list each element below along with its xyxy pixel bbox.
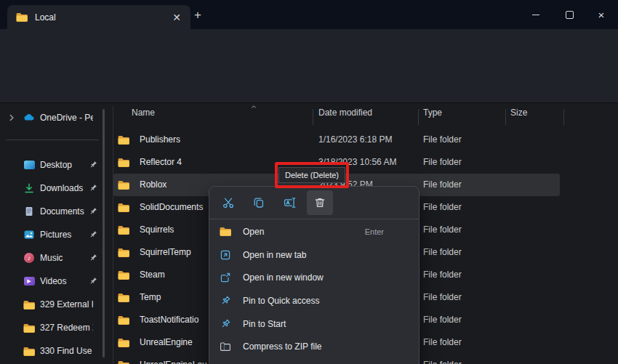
sidebar-item-folder-330[interactable]: 330 Find Use Ca <box>0 340 103 362</box>
menu-item-shortcut: Enter <box>365 227 384 236</box>
sidebar-item-videos[interactable]: ▶ Videos <box>0 270 103 292</box>
downloads-icon <box>23 182 35 194</box>
menu-item-label: Pin to Start <box>243 319 410 329</box>
column-header-date[interactable]: Date modified <box>318 108 372 118</box>
navigation-bar: « Windows-SSD (C:) › Users › ceder › App… <box>0 65 618 103</box>
pin-icon <box>89 254 97 262</box>
folder-icon <box>118 135 129 145</box>
sort-ascending-icon <box>249 104 258 110</box>
zip-folder-icon <box>220 341 231 352</box>
copy-button[interactable] <box>246 190 272 215</box>
file-type: File folder <box>423 354 462 364</box>
annotation-highlight-box: Delete (Delete) <box>275 162 349 188</box>
file-name: Steam <box>140 264 165 286</box>
rename-icon <box>283 196 296 209</box>
file-name: Roblox <box>140 174 166 196</box>
desktop-icon <box>23 159 35 171</box>
sidebar-scrollbar[interactable] <box>103 109 105 357</box>
open-new-tab-icon <box>220 249 231 261</box>
sidebar-item-music[interactable]: ♪ Music <box>0 247 103 269</box>
sidebar-item-onedrive[interactable]: OneDrive - Pers <box>0 107 103 129</box>
menu-item-pin-quick-access[interactable]: Pin to Quick access <box>212 289 416 312</box>
menu-item-label: Open in new window <box>243 272 410 283</box>
folder-icon <box>23 345 35 357</box>
column-header-size[interactable]: Size <box>510 108 527 118</box>
plus-icon: + <box>194 8 201 23</box>
file-type: File folder <box>423 309 462 331</box>
menu-item-pin-to-start[interactable]: Pin to Start <box>212 312 416 336</box>
tab-title: Local <box>35 12 161 23</box>
sidebar-item-label: 327 Redeem Xbo <box>40 317 93 339</box>
table-row[interactable]: Publishers 1/16/2023 6:18 PM File folder <box>113 129 618 151</box>
file-type: File folder <box>423 241 462 264</box>
tab-local[interactable]: Local ✕ <box>7 5 190 29</box>
minimize-button[interactable] <box>519 0 553 29</box>
file-type: File folder <box>423 151 462 174</box>
onedrive-icon <box>23 112 35 124</box>
close-button[interactable]: × <box>585 0 618 29</box>
minimize-icon <box>532 15 539 15</box>
menu-item-label: Open <box>243 227 353 237</box>
menu-item-open-new-window[interactable]: Open in new window <box>212 266 416 289</box>
sidebar-item-pictures[interactable]: Pictures <box>0 224 103 246</box>
delete-button[interactable] <box>307 190 333 215</box>
new-tab-button[interactable]: + <box>189 7 206 24</box>
maximize-button[interactable] <box>553 0 586 29</box>
folder-icon <box>23 322 35 333</box>
titlebar: Local ✕ + × <box>0 0 618 29</box>
sidebar-item-folder-327[interactable]: 327 Redeem Xbo <box>0 317 103 339</box>
sidebar-item-label: Videos <box>40 270 93 292</box>
pin-icon <box>89 161 97 169</box>
context-menu-icon-row <box>209 187 419 219</box>
sidebar-item-downloads[interactable]: Downloads <box>0 177 103 199</box>
sidebar-item-label: 329 External Har <box>40 294 93 315</box>
sidebar-item-label: Documents <box>40 201 93 222</box>
sidebar-item-documents[interactable]: Documents <box>0 201 103 222</box>
sidebar-item-folder-329[interactable]: 329 External Har <box>0 294 103 315</box>
folder-icon <box>118 225 129 235</box>
rename-button[interactable] <box>276 190 302 215</box>
cut-button[interactable] <box>215 190 241 215</box>
file-type: File folder <box>423 264 462 286</box>
folder-icon <box>118 180 129 190</box>
cut-icon <box>222 196 235 209</box>
column-header-type[interactable]: Type <box>423 108 442 118</box>
table-row[interactable]: Reflector 4 3/18/2023 10:56 AM File fold… <box>113 151 618 174</box>
copy-icon <box>252 196 265 209</box>
folder-icon <box>118 203 129 212</box>
menu-item-open-new-tab[interactable]: Open in new tab <box>212 243 416 267</box>
menu-item-label: Pin to Quick access <box>243 296 410 306</box>
column-resize-handle[interactable] <box>505 109 506 125</box>
close-icon: × <box>598 9 605 20</box>
sidebar-item-desktop[interactable]: Desktop <box>0 154 103 176</box>
folder-icon <box>118 338 129 347</box>
sidebar-separator <box>6 139 99 140</box>
file-name: Squirrels <box>140 219 174 241</box>
trash-icon <box>313 196 326 209</box>
folder-icon <box>118 270 129 280</box>
folder-icon <box>118 360 129 364</box>
column-resize-handle[interactable] <box>313 109 313 125</box>
pin-icon <box>89 184 97 193</box>
chevron-right-icon[interactable] <box>7 113 16 122</box>
file-type: File folder <box>423 286 462 309</box>
context-menu-list: Open Enter Open in new tab Open in new w… <box>212 220 416 358</box>
file-type: File folder <box>423 196 462 219</box>
pin-icon <box>220 295 231 307</box>
column-header-name[interactable]: Name <box>132 108 155 118</box>
sidebar-item-label: Desktop <box>40 154 93 176</box>
tab-close-icon[interactable]: ✕ <box>169 9 185 25</box>
file-type: File folder <box>423 219 462 241</box>
menu-item-compress-zip[interactable]: Compress to ZIP file <box>212 335 416 358</box>
file-explorer-window: Local ✕ + × New Sort View <box>0 0 618 364</box>
sidebar-item-label: Music <box>40 247 93 269</box>
file-name: Temp <box>140 286 161 309</box>
folder-icon <box>118 315 129 325</box>
file-type: File folder <box>423 174 462 196</box>
sidebar-item-label: 330 Find Use Ca <box>40 340 93 362</box>
videos-icon: ▶ <box>23 275 35 287</box>
delete-tooltip: Delete (Delete) <box>278 167 345 183</box>
column-resize-handle[interactable] <box>563 109 564 125</box>
column-resize-handle[interactable] <box>418 109 419 125</box>
menu-item-open[interactable]: Open Enter <box>212 220 416 243</box>
